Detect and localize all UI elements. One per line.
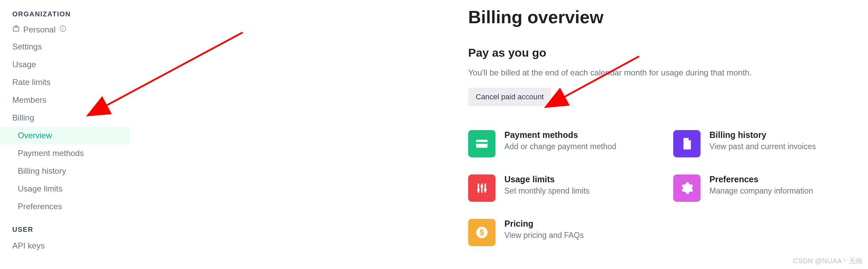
card-desc: View pricing and FAQs <box>504 231 584 240</box>
card-title: Billing history <box>709 130 816 140</box>
payg-description: You'll be billed at the end of each cale… <box>468 68 844 77</box>
main-content: Billing overview Pay as you go You'll be… <box>468 7 844 246</box>
sidebar-subitem-payment-methods[interactable]: Payment methods <box>0 144 130 162</box>
sidebar-item-settings[interactable]: Settings <box>0 38 130 56</box>
organization-header: ORGANIZATION <box>0 10 130 22</box>
briefcase-icon <box>12 25 20 34</box>
organization-name: Personal <box>23 25 56 34</box>
card-title: Usage limits <box>504 174 589 184</box>
card-desc: View past and current invoices <box>709 142 816 151</box>
sidebar-item-billing[interactable]: Billing <box>0 109 130 127</box>
sidebar: ORGANIZATION Personal Settings Usage Rat… <box>0 0 130 269</box>
sidebar-subitem-overview[interactable]: Overview <box>0 127 130 144</box>
watermark: CSDN @NUAA丶无痕 <box>793 256 863 266</box>
sidebar-subitem-usage-limits[interactable]: Usage limits <box>0 180 130 198</box>
svg-rect-0 <box>13 27 19 31</box>
payg-section-title: Pay as you go <box>468 46 844 59</box>
sidebar-subitem-billing-history[interactable]: Billing history <box>0 162 130 180</box>
svg-point-10 <box>480 185 483 188</box>
svg-text:$: $ <box>480 228 484 237</box>
card-title: Preferences <box>709 174 813 184</box>
document-icon <box>673 130 701 157</box>
card-pricing[interactable]: $ Pricing View pricing and FAQs <box>468 219 673 246</box>
card-payment-methods[interactable]: Payment methods Add or change payment me… <box>468 130 673 157</box>
user-header: USER <box>0 215 130 237</box>
organization-link[interactable]: Personal <box>0 22 130 38</box>
page-title: Billing overview <box>468 7 844 27</box>
gear-icon <box>673 174 701 202</box>
svg-point-3 <box>63 27 63 28</box>
info-icon[interactable] <box>59 25 67 34</box>
card-preferences[interactable]: Preferences Manage company information <box>673 174 868 202</box>
sidebar-item-members[interactable]: Members <box>0 91 130 109</box>
svg-point-11 <box>484 188 487 191</box>
card-icon <box>468 130 496 157</box>
svg-rect-5 <box>476 142 487 144</box>
billing-cards-grid: Payment methods Add or change payment me… <box>468 130 844 246</box>
card-desc: Add or change payment method <box>504 142 616 151</box>
card-title: Payment methods <box>504 130 616 140</box>
cancel-paid-account-button[interactable]: Cancel paid account <box>468 88 551 106</box>
card-title: Pricing <box>504 219 584 229</box>
card-desc: Set monthly spend limits <box>504 186 589 196</box>
card-billing-history[interactable]: Billing history View past and current in… <box>673 130 868 157</box>
card-usage-limits[interactable]: Usage limits Set monthly spend limits <box>468 174 673 202</box>
svg-point-9 <box>477 188 480 191</box>
sidebar-item-api-keys[interactable]: API keys <box>0 237 130 255</box>
sliders-icon <box>468 174 496 202</box>
sidebar-subitem-preferences[interactable]: Preferences <box>0 198 130 215</box>
sidebar-item-usage[interactable]: Usage <box>0 56 130 73</box>
sidebar-item-rate-limits[interactable]: Rate limits <box>0 73 130 91</box>
card-desc: Manage company information <box>709 186 813 196</box>
dollar-icon: $ <box>468 219 496 246</box>
